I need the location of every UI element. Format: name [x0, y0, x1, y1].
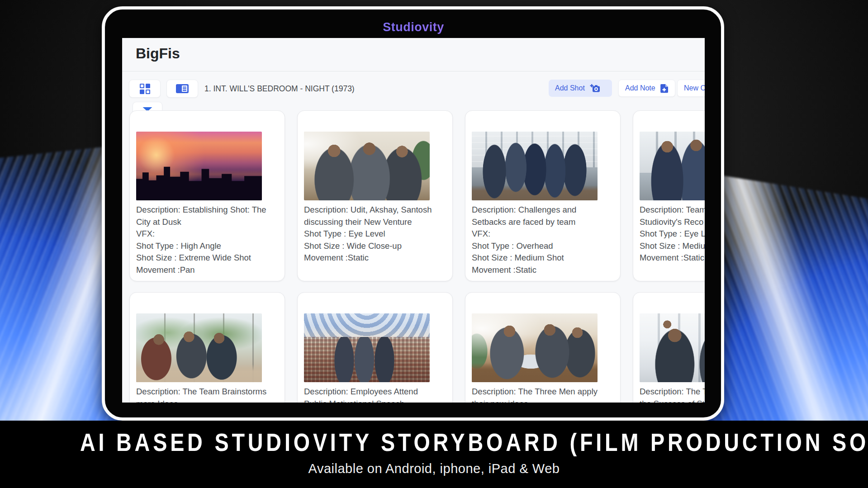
shot-image[interactable] [640, 313, 705, 382]
shot-card[interactable]: Description: The Team Brainstormsmore Id… [129, 292, 285, 403]
shot-meta-line: VFX: [136, 228, 278, 240]
shot-card[interactable]: Description: The Three Men applytheir ne… [465, 292, 621, 403]
shot-meta-line: Shot Size : Wide Close-up [304, 240, 446, 252]
shot-image[interactable] [640, 132, 705, 200]
note-plus-icon [660, 84, 669, 93]
new-card-label: New C [684, 84, 705, 92]
shot-meta: Description: Establishing Shot: TheCity … [136, 204, 278, 276]
shot-meta: Description: The Team Brainstormsmore Id… [136, 386, 278, 403]
shot-image[interactable] [136, 313, 262, 382]
shot-meta-line: Shot Size : Medium Shot [472, 252, 614, 264]
marketing-page: AI BASED STUDIOVITY STORYBOARD (FILM PRO… [0, 0, 868, 488]
shot-image[interactable] [304, 313, 430, 382]
shot-meta-line: Shot Type : Overhead [472, 240, 614, 252]
shot-card[interactable]: Description: The Tthe Success of St [633, 292, 705, 403]
shot-meta-line: Shot Size : Mediu [640, 240, 705, 252]
shot-meta-line: Shot Type : High Angle [136, 240, 278, 252]
shot-card[interactable]: Description: Employees AttendPublic Moti… [297, 292, 453, 403]
grid-view-button[interactable] [129, 80, 161, 98]
camera-plus-icon [589, 84, 600, 93]
shot-card[interactable]: Description: Establishing Shot: TheCity … [129, 110, 285, 281]
project-title: BigFis [136, 45, 180, 62]
shot-meta: Description: The Three Men applytheir ne… [472, 386, 614, 403]
card-view-icon [175, 84, 189, 94]
shot-meta-line: Shot Type : Eye L [640, 228, 705, 240]
shot-image[interactable] [472, 313, 598, 382]
card-view-button[interactable] [166, 80, 198, 98]
shot-meta: Description: Employees AttendPublic Moti… [304, 386, 446, 403]
shot-meta-line: Description: The Team Brainstorms [136, 386, 278, 398]
shot-meta: Description: TeamStudiovity's RecoShot T… [640, 204, 705, 264]
add-note-label: Add Note [625, 84, 655, 92]
grid-view-icon [140, 84, 150, 94]
shot-meta-line: Description: The T [640, 386, 705, 398]
shot-image[interactable] [472, 132, 598, 200]
shot-meta-line: VFX: [472, 228, 614, 240]
shot-meta-line: Description: The Three Men apply [472, 386, 614, 398]
shot-meta-line: Description: Udit, Akshay, Santosh [304, 204, 446, 216]
shot-meta-line: Setbacks are faced by team [472, 216, 614, 228]
shot-image[interactable] [136, 132, 262, 200]
shot-meta-line: Movement :Static [304, 252, 446, 264]
shot-meta: Description: The Tthe Success of St [640, 386, 705, 403]
new-card-button[interactable]: New C [677, 80, 705, 97]
scene-heading: 1. INT. WILL'S BEDROOM - NIGHT (1973) [204, 80, 355, 98]
banner: AI BASED STUDIOVITY STORYBOARD (FILM PRO… [0, 421, 868, 488]
shot-card[interactable]: Description: Challenges andSetbacks are … [465, 110, 621, 281]
shot-meta-line: Shot Type : Eye Level [304, 228, 446, 240]
cards-grid: Description: Establishing Shot: TheCity … [129, 110, 705, 403]
shot-card[interactable]: Description: Udit, Akshay, Santoshdiscus… [297, 110, 453, 281]
shot-meta-line: Description: Employees Attend [304, 386, 446, 398]
app-screen: BigFis 1. INT. WILL'S BEDROOM - NIGHT (1… [122, 38, 705, 403]
shot-meta-line: City at Dusk [136, 216, 278, 228]
add-note-button[interactable]: Add Note [618, 80, 675, 97]
banner-subtitle: Available on Android, iphone, iPad & Web [0, 461, 868, 476]
add-shot-label: Add Shot [555, 84, 585, 92]
shot-meta-line: Description: Establishing Shot: The [136, 204, 278, 216]
shot-meta-line: Movement :Pan [136, 264, 278, 276]
tablet-frame: Studiovity BigFis 1. INT. WILL'S BEDROOM… [102, 6, 724, 421]
shot-meta: Description: Challenges andSetbacks are … [472, 204, 614, 276]
shot-meta-line: Movement :Static [472, 264, 614, 276]
shot-meta: Description: Udit, Akshay, Santoshdiscus… [304, 204, 446, 264]
banner-headline: AI BASED STUDIOVITY STORYBOARD (FILM PRO… [80, 428, 868, 457]
shot-meta-line: the Success of St [640, 398, 705, 403]
shot-meta-line: Shot Size : Extreme Wide Shot [136, 252, 278, 264]
shot-meta-line: their new ideas [472, 398, 614, 403]
shot-card[interactable]: Description: TeamStudiovity's RecoShot T… [633, 110, 705, 281]
shot-meta-line: Movement :Static [640, 252, 705, 264]
shot-meta-line: Description: Team [640, 204, 705, 216]
shot-meta-line: discussing their New Venture [304, 216, 446, 228]
shot-meta-line: Studiovity's Reco [640, 216, 705, 228]
shot-meta-line: Description: Challenges and [472, 204, 614, 216]
add-shot-button[interactable]: Add Shot [549, 80, 612, 97]
shot-meta-line: more Ideas [136, 398, 278, 403]
shot-meta-line: Public Motivational Speech [304, 398, 446, 403]
studiovity-logo: Studiovity [122, 20, 705, 34]
shot-image[interactable] [304, 132, 430, 200]
app-header: BigFis [122, 38, 705, 71]
